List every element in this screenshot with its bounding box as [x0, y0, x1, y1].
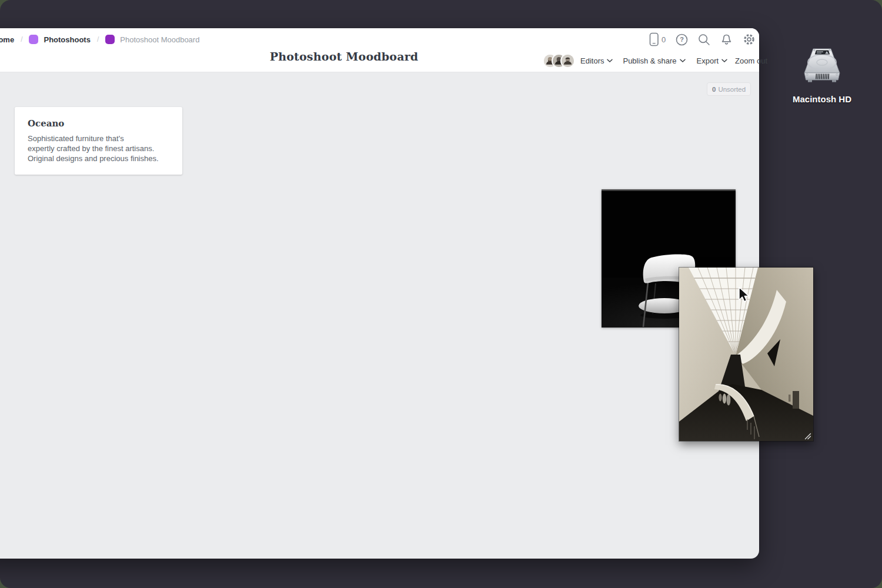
breadcrumb-item-current-board[interactable]: Photoshoot Moodboard	[105, 35, 199, 44]
note-line: expertly crafted by the finest artisans.	[28, 144, 169, 154]
board-icon	[105, 35, 115, 44]
breadcrumb-current-label: Photoshoot Moodboard	[120, 35, 199, 44]
unsorted-label: Unsorted	[718, 86, 746, 93]
note-line: Sophisticated furniture that's	[28, 134, 169, 144]
note-line: Original designs and precious finishes.	[28, 154, 169, 164]
toolbar: Editors Publish & share Export Zoom out	[543, 54, 767, 68]
gallery-corridor-photo[interactable]	[679, 268, 813, 441]
page-title: Photoshoot Moodboard	[235, 50, 453, 63]
editor-avatars[interactable]	[543, 54, 575, 68]
breadcrumb-photoshoots-label: Photoshoots	[44, 35, 90, 44]
hard-drive-icon	[798, 47, 846, 85]
zoom-out-label: Zoom out	[735, 56, 767, 65]
zoom-out-button[interactable]: Zoom out	[735, 56, 767, 65]
desktop: Home / Photoshoots / Photoshoot Moodboar…	[0, 0, 882, 588]
chevron-down-icon	[721, 59, 727, 63]
unsorted-count: 0	[712, 86, 716, 93]
chevron-down-icon	[680, 59, 686, 63]
resize-handle-icon[interactable]	[804, 432, 811, 439]
editors-label: Editors	[580, 56, 604, 65]
chevron-down-icon	[607, 59, 613, 63]
help-icon[interactable]: ?	[676, 34, 688, 46]
svg-text:?: ?	[680, 36, 684, 43]
header-icon-row: 0 ?	[649, 32, 756, 46]
publish-share-label: Publish & share	[623, 56, 676, 65]
settings-gear-icon[interactable]	[743, 33, 756, 46]
note-card-oceano[interactable]: Oceano Sophisticated furniture that's ex…	[15, 107, 182, 175]
editors-menu[interactable]: Editors	[580, 56, 613, 65]
export-label: Export	[697, 56, 719, 65]
note-card-body: Sophisticated furniture that's expertly …	[28, 134, 169, 163]
breadcrumb-item-home[interactable]: Home	[0, 35, 14, 44]
breadcrumb-separator: /	[97, 35, 99, 44]
note-card-title: Oceano	[28, 118, 169, 129]
notifications-bell-icon[interactable]	[720, 34, 733, 46]
breadcrumb: Home / Photoshoots / Photoshoot Moodboar…	[0, 34, 199, 45]
board-icon	[29, 35, 38, 44]
breadcrumb-item-photoshoots[interactable]: Photoshoots	[29, 35, 90, 44]
device-count: 0	[662, 35, 666, 44]
avatar	[560, 54, 575, 68]
macintosh-hd-drive[interactable]: Macintosh HD	[791, 47, 853, 104]
publish-share-menu[interactable]: Publish & share	[623, 56, 685, 65]
unsorted-badge[interactable]: 0 Unsorted	[707, 82, 751, 96]
breadcrumb-separator: /	[21, 35, 22, 44]
mobile-device-icon[interactable]	[649, 32, 659, 46]
breadcrumb-home-label: Home	[0, 35, 14, 44]
search-icon[interactable]	[698, 34, 710, 46]
drive-label: Macintosh HD	[791, 94, 853, 104]
export-menu[interactable]: Export	[697, 56, 728, 65]
